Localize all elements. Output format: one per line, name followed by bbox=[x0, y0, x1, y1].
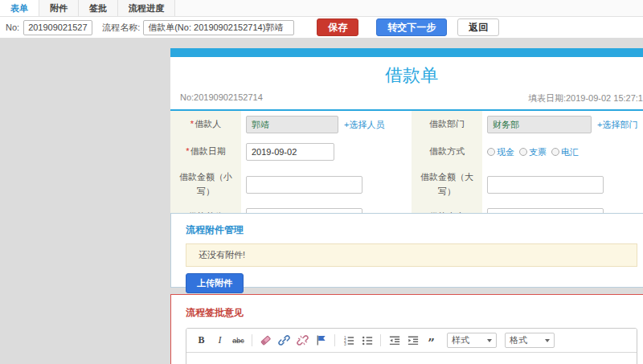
borrower-label-cell: *借款人 bbox=[170, 111, 241, 138]
department-input[interactable] bbox=[487, 116, 592, 133]
toolbar-separator bbox=[252, 334, 252, 346]
back-button[interactable]: 返回 bbox=[457, 18, 499, 36]
editor-toolbar: B I abc 123 bbox=[186, 329, 637, 353]
link-button[interactable] bbox=[276, 333, 292, 348]
unlink-icon bbox=[297, 334, 309, 346]
rich-text-editor: B I abc 123 bbox=[186, 328, 637, 364]
no-label: No: bbox=[6, 22, 19, 32]
select-department-link[interactable]: +选择部门 bbox=[597, 120, 637, 129]
department-field-cell: +选择部门 bbox=[482, 111, 643, 138]
form-title: 借款单 bbox=[170, 57, 643, 90]
amount-small-field-cell bbox=[241, 166, 412, 203]
radio-label-cash: 现金 bbox=[497, 146, 514, 158]
anchor-button[interactable] bbox=[313, 333, 329, 348]
radio-icon[interactable] bbox=[551, 148, 559, 156]
increase-indent-button[interactable] bbox=[405, 333, 420, 348]
radio-icon[interactable] bbox=[519, 148, 527, 156]
form-date-text: 填表日期:2019-09-02 15:27:1 bbox=[528, 92, 643, 104]
chevron-down-icon bbox=[487, 339, 492, 342]
format-dropdown[interactable]: 格式 bbox=[505, 333, 555, 348]
amount-big-input[interactable] bbox=[487, 176, 604, 194]
italic-icon: I bbox=[219, 334, 222, 346]
styles-dropdown[interactable]: 样式 bbox=[447, 333, 497, 348]
loan-date-label-cell: *借款日期 bbox=[170, 138, 241, 166]
format-dropdown-label: 格式 bbox=[510, 334, 527, 346]
amount-small-input[interactable] bbox=[246, 176, 362, 194]
chevron-down-icon bbox=[545, 339, 550, 342]
no-attachment-message: 还没有附件! bbox=[186, 243, 637, 267]
tab-bar: 表单 附件 签批 流程进度 bbox=[0, 0, 643, 17]
editor-content-area[interactable] bbox=[186, 353, 637, 364]
toolbar-separator bbox=[380, 334, 381, 346]
amount-big-field-cell bbox=[482, 166, 643, 203]
table-row: *借款人 +选择人员 借款部门 +选择部门 bbox=[170, 111, 643, 138]
blockquote-button[interactable]: ” bbox=[424, 333, 439, 348]
tab-process-progress[interactable]: 流程进度 bbox=[118, 0, 175, 16]
loan-method-radio-group: 现金 支票 电汇 bbox=[487, 146, 643, 158]
loan-form-panel: 借款单 No:20190902152714 填表日期:2019-09-02 15… bbox=[170, 48, 643, 234]
required-mark: * bbox=[190, 119, 194, 129]
loan-date-field-cell bbox=[241, 138, 412, 166]
upload-attachment-button[interactable]: 上传附件 bbox=[186, 273, 244, 293]
decrease-indent-button[interactable] bbox=[387, 333, 402, 348]
loan-date-input[interactable] bbox=[246, 143, 334, 161]
radio-label-wire: 电汇 bbox=[561, 146, 579, 158]
attachment-panel: 流程附件管理 还没有附件! 上传附件 bbox=[170, 213, 643, 288]
loan-method-field-cell: 现金 支票 电汇 bbox=[482, 138, 643, 166]
process-name-label: 流程名称: bbox=[102, 22, 140, 34]
no-input[interactable] bbox=[23, 20, 92, 35]
remove-format-button[interactable] bbox=[258, 333, 273, 348]
radio-label-cheque: 支票 bbox=[529, 146, 547, 158]
amount-big-label-cell: 借款金额（大写） bbox=[412, 166, 482, 203]
department-label: 借款部门 bbox=[429, 119, 465, 129]
command-bar: No: 流程名称: 保存 转交下一步 返回 bbox=[0, 17, 643, 39]
numbered-list-button[interactable]: 123 bbox=[341, 333, 356, 348]
svg-text:3: 3 bbox=[343, 342, 346, 346]
bulleted-list-button[interactable] bbox=[359, 333, 375, 348]
numbered-list-icon: 123 bbox=[343, 335, 354, 346]
tab-form[interactable]: 表单 bbox=[0, 0, 39, 16]
amount-small-label: 借款金额（小写） bbox=[179, 172, 232, 196]
toolbar-separator bbox=[334, 334, 335, 346]
attachment-heading: 流程附件管理 bbox=[171, 214, 643, 243]
bold-icon: B bbox=[198, 334, 204, 346]
select-person-link[interactable]: +选择人员 bbox=[344, 120, 384, 129]
tab-approval[interactable]: 签批 bbox=[79, 0, 118, 16]
forward-next-step-button[interactable]: 转交下一步 bbox=[376, 18, 447, 36]
radio-option-wire[interactable]: 电汇 bbox=[551, 146, 579, 158]
borrower-input[interactable] bbox=[246, 116, 338, 133]
save-button[interactable]: 保存 bbox=[317, 18, 358, 36]
radio-option-cheque[interactable]: 支票 bbox=[519, 146, 547, 158]
outdent-icon bbox=[389, 335, 400, 346]
form-top-bar bbox=[170, 48, 643, 57]
borrower-field-cell: +选择人员 bbox=[241, 111, 412, 138]
loan-date-label: 借款日期 bbox=[190, 146, 226, 156]
form-meta-row: No:20190902152714 填表日期:2019-09-02 15:27:… bbox=[170, 90, 643, 109]
blockquote-icon: ” bbox=[428, 335, 435, 346]
required-mark: * bbox=[186, 146, 189, 156]
amount-big-label: 借款金额（大写） bbox=[420, 172, 473, 196]
indent-icon bbox=[408, 335, 419, 346]
table-row: *借款日期 借款方式 现金 支票 电汇 bbox=[170, 138, 643, 166]
eraser-icon bbox=[260, 334, 272, 346]
loan-method-label: 借款方式 bbox=[429, 146, 465, 156]
bold-button[interactable]: B bbox=[194, 333, 209, 348]
link-icon bbox=[278, 334, 290, 346]
strikethrough-button[interactable]: abc bbox=[231, 333, 246, 348]
styles-dropdown-label: 样式 bbox=[452, 334, 469, 346]
radio-option-cash[interactable]: 现金 bbox=[487, 146, 514, 158]
borrower-label: 借款人 bbox=[195, 119, 221, 129]
bulleted-list-icon bbox=[362, 335, 373, 346]
strikethrough-icon: abc bbox=[232, 337, 244, 345]
approval-heading: 流程签批意见 bbox=[171, 295, 643, 328]
amount-small-label-cell: 借款金额（小写） bbox=[170, 166, 241, 203]
italic-button[interactable]: I bbox=[212, 333, 227, 348]
radio-icon[interactable] bbox=[487, 148, 495, 156]
unlink-button[interactable] bbox=[295, 333, 310, 348]
tab-attachment[interactable]: 附件 bbox=[39, 0, 79, 16]
process-name-input[interactable] bbox=[143, 20, 294, 35]
table-row: 借款金额（小写） 借款金额（大写） bbox=[170, 166, 643, 203]
flag-icon bbox=[315, 334, 327, 346]
department-label-cell: 借款部门 bbox=[412, 111, 482, 138]
form-no-text: No:20190902152714 bbox=[180, 92, 263, 104]
